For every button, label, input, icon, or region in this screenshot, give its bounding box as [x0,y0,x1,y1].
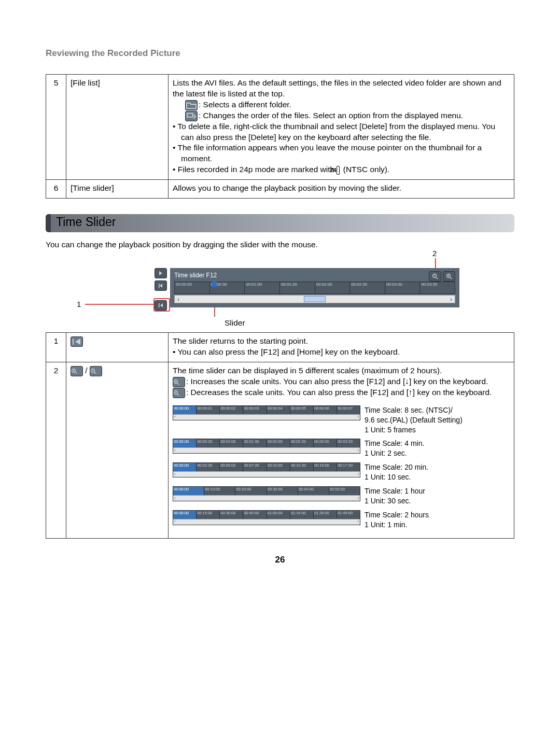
sort-icon-text: : Changes the order of the files. Select… [199,111,463,120]
ruler-tick: 00:02:00 [315,282,350,293]
scale-info: Time Scale: 2 hours1 Unit: 1 min. [365,510,429,530]
horizontal-scrollbar: ‹› [173,447,360,453]
scale-example: 00:00:0000:10:0000:20:0000:30:0000:40:00… [173,486,510,506]
ruler-tick: 00:00:00 [173,439,196,447]
sort-icon [185,111,198,121]
row-description: The time slider can be displayed in 5 di… [169,362,514,538]
scale-info-line: 1 Unit: 2 sec. [365,448,424,458]
table-row: 5 [File list] Lists the AVI files. As th… [46,74,514,179]
skip-back-button[interactable] [155,280,167,291]
zoom-in-text: : Increases the scale units. You can als… [186,377,488,386]
slider-caption: Slider [225,318,245,329]
ruler-tick: 00:00:03 [243,406,266,414]
horizontal-scrollbar[interactable]: ‹ › [174,295,455,303]
zoom-out-icon [90,366,102,376]
svg-rect-2 [159,303,160,307]
scale-ruler: 00:00:0000:10:0000:20:0000:30:0000:40:00… [173,486,360,501]
ruler-tick: 00:05:00 [219,463,243,471]
play-button[interactable] [155,268,167,278]
svg-line-4 [436,277,438,279]
ruler-tick: 01:00:00 [267,511,290,519]
time-slider-controls-table: 1 The slider returns to the starting poi… [46,332,514,538]
zoom-out-text: : Decreases the scale units. You can als… [186,388,492,397]
scale-info-line: 1 Unit: 5 frames [365,425,463,435]
ruler-tick: 00:12:30 [290,463,313,471]
ruler-tick: 00:03:00 [313,439,337,447]
ruler-tick: 00:45:00 [243,511,266,519]
return-start-bullet: You can also press the [F12] and [Home] … [177,347,400,356]
24p-mark-icon: 24 [337,166,340,175]
playhead-icon[interactable] [212,281,217,287]
ruler-tick: 00:00:05 [290,406,313,414]
scrollbar-thumb[interactable] [304,296,326,302]
scale-info: Time Scale: 4 min.1 Unit: 2 sec. [365,439,424,458]
scale-example: 00:00:0000:00:3000:01:0000:01:3000:02:00… [173,439,510,458]
ruler-tick: 00:00:00 [173,511,196,519]
ruler-tick: 00:15:00 [313,463,337,471]
scale-info-line: Time Scale: 20 min. [365,462,428,472]
ruler-tick: 00:00:04 [267,406,290,414]
ruler-tick: 00:30:00 [267,487,298,495]
ruler-tick: 00:01:00 [219,439,243,447]
ruler-tick: 00:50:00 [329,487,360,495]
scale-info-line: 1 Unit: 10 sec. [365,472,428,482]
scale-info-line: Time Scale: 2 hours [365,510,429,520]
zoom-in-icon [71,366,83,376]
horizontal-scrollbar: ‹› [173,471,360,477]
ruler-tick: 00:03:30 [337,439,360,447]
svg-line-16 [94,372,96,374]
return-start-desc: The slider returns to the starting point… [173,336,510,347]
svg-line-12 [75,372,77,374]
ruler-tick: 00:10:00 [267,463,290,471]
row-number: 5 [46,74,66,179]
ruler-tick: 00:00:00 [175,282,209,293]
ruler-tick: 00:00:30 [196,439,219,447]
file-list-table: 5 [File list] Lists the AVI files. As th… [46,74,514,199]
zoom-out-button[interactable] [429,271,441,281]
horizontal-scrollbar: ‹› [173,495,360,501]
ruler-tick: 01:45:00 [337,511,360,519]
row-number: 2 [46,362,66,538]
ruler-tick: 00:07:30 [243,463,266,471]
table-row: 6 [Time slider] Allows you to change the… [46,180,514,199]
ruler-tick: 00:02:30 [349,282,385,293]
row-label: [Time slider] [66,180,169,199]
zoom-in-icon [173,377,185,387]
ruler-tick: 00:00:00 [173,463,196,471]
table-row: 2 / The time slider can be displayed in … [46,362,514,538]
ruler-tick: 01:15:00 [290,511,313,519]
folder-icon [185,100,198,110]
file-list-intro: Lists the AVI files. As the default sett… [173,78,510,100]
callout-2-label: 2 [432,248,437,259]
file-list-bullet: The file information appears when you le… [177,143,482,163]
file-list-bullet: To delete a file, right-click the thumbn… [177,122,495,142]
ruler-tick: 00:40:00 [298,487,329,495]
scale-info-line: 1 Unit: 1 min. [365,520,429,530]
time-slider-heading: Time Slider [46,214,514,232]
ruler-tick: 00:17:30 [337,463,360,471]
scroll-left-icon[interactable]: ‹ [175,296,182,302]
ruler-tick: 00:01:00 [244,282,279,293]
return-start-icon [71,336,83,347]
row-label: [File list] [66,74,169,179]
ruler-tick: 00:00:02 [219,406,243,414]
file-list-bullet-tail: (NTSC only). [343,165,390,174]
time-ruler[interactable]: 00:00:00 00:00:30 00:01:00 00:01:30 00:0… [174,281,455,294]
scale-info-line: Time Scale: 8 sec. (NTSC)/ [365,405,463,415]
row-description: Lists the AVI files. As the default sett… [169,74,514,179]
scroll-right-icon[interactable]: › [447,296,455,302]
scale-info-line: 1 Unit: 30 sec. [365,496,425,506]
ruler-tick: 00:02:30 [196,463,219,471]
ruler-tick: 00:00:00 [173,406,196,414]
ruler-tick: 00:00:06 [313,406,337,414]
svg-line-7 [450,277,452,279]
row-icon-cell: / [66,362,169,538]
time-slider-figure: 2 1 Time slider F12 [108,261,514,323]
row-description: The slider returns to the starting point… [169,333,514,362]
ruler-tick: 00:10:00 [204,487,235,495]
ruler-tick: 00:03:00 [385,282,420,293]
ruler-tick: 00:02:30 [290,439,313,447]
return-start-button[interactable] [155,300,167,311]
ruler-tick: 00:02:00 [267,439,290,447]
zoom-in-button[interactable] [443,271,455,281]
